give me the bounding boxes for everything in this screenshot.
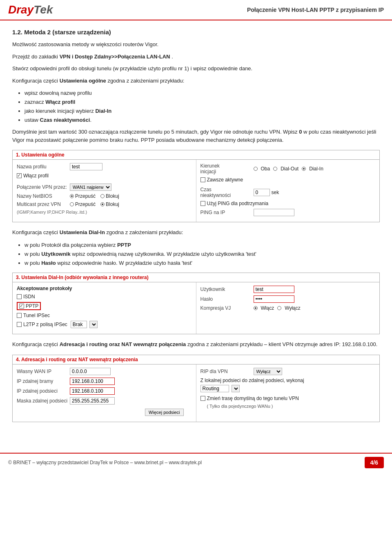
wlacz-checkbox[interactable] <box>17 173 22 178</box>
multicast-label: Multicast przez VPN <box>17 201 70 207</box>
logo-dray: Dray <box>8 3 33 16</box>
pptp-box: PPTP <box>17 302 41 310</box>
bullet2-1: w polu Protokół dla połączenia wybierz P… <box>24 241 380 250</box>
wiecej-button[interactable]: Więcej podsieci <box>145 409 183 416</box>
kierunek-oba-label: Oba <box>261 166 270 172</box>
logo: DrayTek <box>8 3 53 16</box>
l2tp-input[interactable] <box>71 321 87 328</box>
routing-input[interactable] <box>200 385 229 392</box>
row-haslo: Hasło <box>200 295 376 303</box>
nazwy-blokuj-radio[interactable] <box>100 194 105 198</box>
ping-ip-input[interactable] <box>254 209 294 216</box>
logo-tek: Tek <box>33 3 53 16</box>
maska-input[interactable] <box>70 397 115 405</box>
ip-podsieci-input[interactable] <box>70 387 115 395</box>
para4: Konfiguracja części Ustawienia ogólne zg… <box>12 77 380 85</box>
panel1-body: Nazwa profilu Włącz profil Połączenie VP… <box>13 160 379 222</box>
wlasny-label: Własny WAN IP <box>17 369 70 374</box>
row-ip-bramy: IP zdalnej bramy <box>17 378 192 385</box>
para6-bold: Ustawienia Dial-In <box>60 229 105 235</box>
tunel-checkbox[interactable] <box>17 313 22 318</box>
nazwa-input[interactable] <box>70 163 102 170</box>
bullet1-item: wpisz dowolną nazwę profilu <box>24 89 380 98</box>
ping-checkbox[interactable] <box>200 201 205 206</box>
row-kierunek: Kierunekinicjacji Oba Dial-Out Dial-In <box>200 163 376 174</box>
bullet2-2: w polu Użytkownik wpisz odpowiednią nazw… <box>24 250 380 259</box>
kompresja-wlacz-label: Włącz <box>261 305 274 311</box>
row-tunel: Tunel IPSec <box>17 313 192 318</box>
row-ip-podsieci: IP zdalnej podsieci <box>17 387 192 395</box>
panel-1: 1. Ustawienia ogólne Nazwa profilu Włącz… <box>12 150 380 222</box>
isdn-checkbox[interactable] <box>17 294 22 299</box>
uzytkownik-input[interactable] <box>254 286 294 293</box>
kierunek-dialout-radio[interactable] <box>273 167 277 171</box>
l2tp-checkbox[interactable] <box>17 322 22 327</box>
bullet2-item: zaznacz Włącz profil <box>24 98 380 107</box>
panel3-right: Użytkownik Hasło Kompresja VJ Włącz Wyłą… <box>196 282 380 334</box>
row-pptp: PPTP <box>17 302 192 310</box>
zawsze-checkbox[interactable] <box>200 177 205 182</box>
multicast-przepusc-radio[interactable] <box>70 202 74 206</box>
polaczenie-select[interactable]: WAN1 najpierw <box>70 183 111 191</box>
row-wlasny: Własny WAN IP <box>17 368 192 375</box>
bullet2-bold: Włącz profil <box>45 99 75 105</box>
row-wiecej: Więcej podsieci <box>17 407 184 416</box>
pptp-checkbox[interactable] <box>19 304 24 309</box>
nazwy-label: Nazwy NetBIOS <box>17 193 70 199</box>
kierunek-label: Kierunekinicjacji <box>200 163 254 174</box>
panel4-right: RIP dla VPN Wyłącz Z lokalnej podsieci d… <box>196 364 380 422</box>
rip-label: RIP dla VPN <box>200 369 254 374</box>
multicast-blokuj-radio[interactable] <box>100 202 105 206</box>
l2tp-select[interactable] <box>89 321 98 328</box>
row-zawsze: Zawsze aktywne <box>200 177 376 183</box>
main-content: 1.2. Metoda 2 (starsze urządzenia) Możli… <box>0 20 392 436</box>
haslo-input[interactable] <box>254 295 294 303</box>
bullet2-3: w polu Hasło wpisz odpowiednie hasło. W … <box>24 259 380 268</box>
l2tp-label: L2TP z polisą IPSec <box>23 322 67 327</box>
para1: Możliwość zastosowania metody w większoś… <box>12 40 380 49</box>
row-igmp: (IGMP,Kamery IP,DHCP Relay..itd.) <box>17 210 192 215</box>
z-lokalnej-text: Z lokalnej podsieci do zdalnej podsieci,… <box>200 378 376 383</box>
panel-4: 4. Adresacja i routing oraz NAT wewnątrz… <box>12 355 380 422</box>
footer-text: © BRINET – wyłączny przedstawiciel DrayT… <box>8 460 202 465</box>
panel4-title: 4. Adresacja i routing oraz NAT wewnątrz… <box>13 355 379 364</box>
panel-3: 3. Ustawienia Dial-In (odbiór wywołania … <box>12 273 380 334</box>
wlasny-input[interactable] <box>70 368 111 375</box>
czas-input[interactable] <box>254 189 270 196</box>
routing-select[interactable] <box>232 385 240 392</box>
bullet3-item: jako kierunek inicjacji wybierz Dial-In <box>24 107 380 116</box>
para3: Stwórz odpowiedni profil do obsługi tune… <box>12 65 380 73</box>
ip-podsieci-label: IP zdalnej podsieci <box>17 388 70 394</box>
row-multicast: Multicast przez VPN Przepuść Blokuj <box>17 201 192 207</box>
row-zmien: Zmień trasę domyślną do tego tunelu VPN <box>200 396 376 401</box>
czas-label: Czasnieaktywności <box>200 187 254 198</box>
akceptowane-label: Akceptowane protokoły <box>17 286 192 291</box>
para7: Konfiguracja części Adresacja i routing … <box>12 340 380 349</box>
nazwy-przepusc-radio[interactable] <box>70 194 74 198</box>
panel3-body: Akceptowane protokoły ISDN PPTP Tunel IP… <box>13 282 379 334</box>
row-uzytkownik: Użytkownik <box>200 286 376 293</box>
ip-bramy-input[interactable] <box>70 378 115 385</box>
zmien-label: Zmień trasę domyślną do tego tunelu VPN <box>207 396 299 401</box>
polaczenie-label: Połączenie VPN przez: <box>17 184 70 190</box>
maska-label: Maska zdalnej podsieci <box>17 398 70 404</box>
wlacz-label: Włącz profil <box>23 173 49 179</box>
tylko-label: ( Tylko dla pojedynczego WANu ) <box>207 404 376 409</box>
bullets2: w polu Protokół dla połączenia wybierz P… <box>24 241 380 268</box>
panel1-left: Nazwa profilu Włącz profil Połączenie VP… <box>13 160 196 222</box>
para2: Przejdź do zakładki VPN i Dostęp Zdalny>… <box>12 53 380 61</box>
kompresja-wylacz-radio[interactable] <box>277 306 281 310</box>
row-polaczenie: Połączenie VPN przez: WAN1 najpierw <box>17 183 192 191</box>
rip-select[interactable]: Wyłącz <box>254 368 282 375</box>
para5: Domyślnie jest tam wartość 300 oznaczają… <box>12 128 380 144</box>
kierunek-dialout-label: Dial-Out <box>281 166 298 172</box>
row-wlacz: Włącz profil <box>17 173 192 179</box>
kierunek-oba-radio[interactable] <box>254 167 258 171</box>
row-rip: RIP dla VPN Wyłącz <box>200 368 376 375</box>
zmien-checkbox[interactable] <box>200 396 205 401</box>
kierunek-dialin-label: Dial-In <box>309 166 323 172</box>
ping-ip-label: PING na IP <box>200 210 254 215</box>
kierunek-dialin-radio[interactable] <box>302 167 306 171</box>
row-ping-ip: PING na IP <box>200 209 376 216</box>
kompresja-wlacz-radio[interactable] <box>254 306 258 310</box>
